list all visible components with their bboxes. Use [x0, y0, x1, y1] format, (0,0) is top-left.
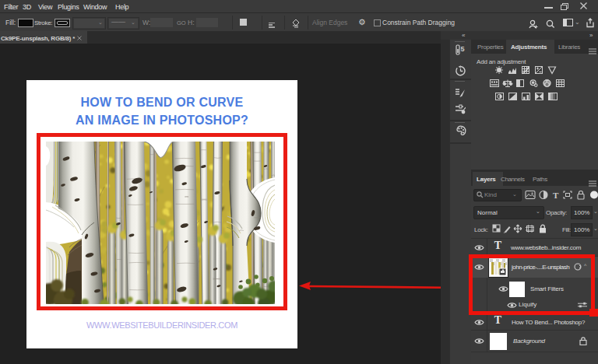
svg-text:T: T — [553, 191, 559, 200]
svg-text:5: 5 — [461, 45, 465, 53]
